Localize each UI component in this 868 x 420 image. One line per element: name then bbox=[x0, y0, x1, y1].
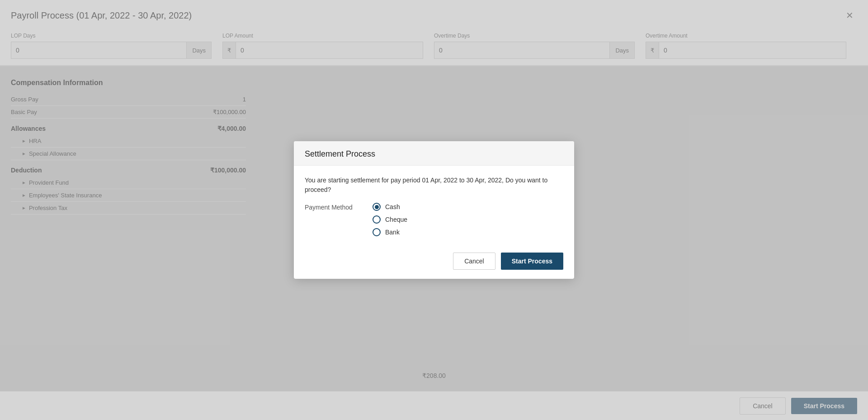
modal-overlay: Settlement Process You are starting sett… bbox=[0, 0, 868, 420]
dialog-title: Settlement Process bbox=[305, 149, 563, 159]
settlement-dialog: Settlement Process You are starting sett… bbox=[294, 141, 574, 279]
bank-label: Bank bbox=[385, 229, 400, 236]
bank-option[interactable]: Bank bbox=[373, 228, 407, 236]
dialog-header: Settlement Process bbox=[294, 141, 574, 166]
dialog-start-process-button[interactable]: Start Process bbox=[501, 253, 563, 270]
cash-option[interactable]: Cash bbox=[373, 203, 407, 211]
bank-radio-outer bbox=[373, 228, 381, 236]
cheque-option[interactable]: Cheque bbox=[373, 215, 407, 224]
dialog-footer: Cancel Start Process bbox=[294, 245, 574, 279]
payment-method-row: Payment Method Cash Cheque bbox=[305, 203, 563, 236]
radio-options: Cash Cheque Bank bbox=[373, 203, 407, 236]
page-container: Payroll Process (01 Apr, 2022 - 30 Apr, … bbox=[0, 0, 868, 420]
cash-radio-outer bbox=[373, 203, 381, 211]
dialog-message: You are starting settlement for pay peri… bbox=[305, 176, 563, 195]
dialog-cancel-button[interactable]: Cancel bbox=[453, 253, 495, 270]
cheque-label: Cheque bbox=[385, 216, 407, 223]
dialog-body: You are starting settlement for pay peri… bbox=[294, 166, 574, 245]
cash-radio-inner bbox=[375, 205, 379, 209]
cash-label: Cash bbox=[385, 203, 400, 210]
payment-method-label: Payment Method bbox=[305, 203, 359, 211]
cheque-radio-outer bbox=[373, 215, 381, 224]
